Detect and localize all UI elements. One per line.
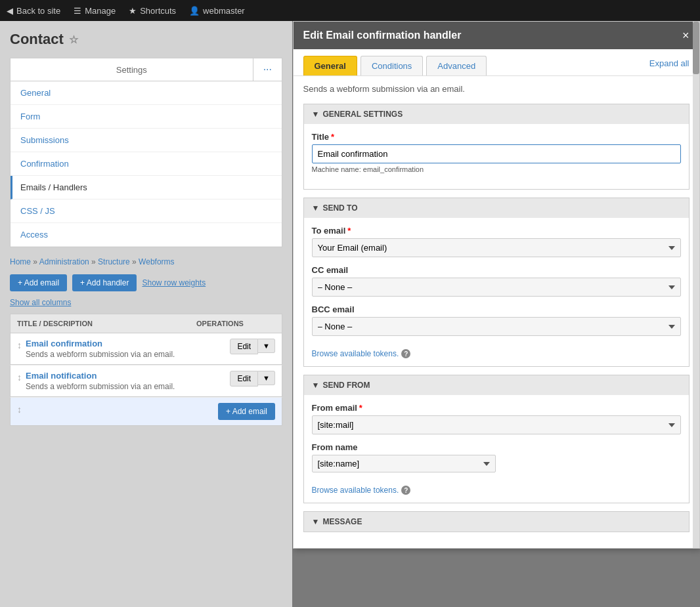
section-send-to-header[interactable]: ▼ SEND TO — [304, 198, 689, 218]
from-email-select[interactable]: [site:mail] — [312, 415, 681, 434]
edit-email-notification-button[interactable]: Edit — [230, 371, 258, 387]
title-field-label: Title * — [312, 132, 681, 142]
add-handler-button[interactable]: + Add handler — [72, 274, 137, 291]
main-layout: Contact ☆ Settings ··· General Form Subm… — [0, 21, 700, 607]
browse-tokens-send-to-link[interactable]: Browse available tokens. ? — [312, 349, 411, 358]
nav-general-label: General — [20, 88, 51, 98]
section-send-from-title: SEND FROM — [322, 381, 370, 390]
nav-item-emails-handlers[interactable]: Emails / Handlers — [11, 176, 282, 199]
favorite-icon[interactable]: ☆ — [69, 33, 78, 46]
to-email-select[interactable]: Your Email (email) — [312, 238, 681, 257]
nav-item-submissions[interactable]: Submissions — [11, 129, 282, 152]
shortcuts-btn[interactable]: ★ Shortcuts — [129, 6, 176, 16]
email-notification-link[interactable]: Email notification — [26, 371, 97, 381]
help-icon-send-to: ? — [401, 349, 410, 358]
row-actions-3: + Add email — [218, 403, 275, 420]
row-actions-email-confirmation: Edit ▼ — [230, 339, 275, 354]
drag-handle-icon-3[interactable]: ↕ — [17, 404, 22, 415]
manage-btn[interactable]: ☰ Manage — [74, 6, 116, 16]
cc-email-select[interactable]: – None – — [312, 278, 681, 297]
breadcrumb-webforms[interactable]: Webforms — [139, 257, 174, 266]
tab-conditions[interactable]: Conditions — [361, 56, 423, 75]
from-name-select[interactable]: [site:name] — [312, 455, 496, 472]
nav-item-general[interactable]: General — [11, 81, 282, 105]
browse-tokens-send-to-label: Browse available tokens. — [312, 349, 399, 358]
settings-tab[interactable]: Settings — [11, 58, 253, 81]
nav-submissions-label: Submissions — [20, 135, 69, 145]
nav-access-label: Access — [20, 230, 48, 240]
section-general-header[interactable]: ▼ GENERAL SETTINGS — [304, 104, 689, 124]
breadcrumb-structure[interactable]: Structure — [98, 257, 130, 266]
scrollbar-track[interactable] — [693, 22, 699, 548]
bcc-email-select[interactable]: – None – — [312, 317, 681, 336]
show-row-weights-button[interactable]: Show row weights — [142, 278, 206, 287]
breadcrumb-administration[interactable]: Administration — [39, 257, 89, 266]
modal-subtitle: Sends a webform submission via an email. — [303, 84, 689, 94]
sidebar: Contact ☆ Settings ··· General Form Subm… — [0, 21, 292, 607]
row3-action-button[interactable]: + Add email — [218, 403, 275, 420]
menu-icon: ☰ — [74, 6, 81, 16]
back-to-site-label: Back to site — [16, 6, 60, 16]
expand-all-link[interactable]: Expand all — [649, 58, 689, 73]
shortcuts-star-icon: ★ — [129, 6, 137, 16]
from-name-label: From name — [312, 442, 681, 452]
row-content-email-confirmation: Email confirmation Sends a webform submi… — [26, 339, 230, 359]
from-email-field-group: From email * [site:mail] — [312, 403, 681, 434]
collapse-icon-message: ▼ — [312, 517, 320, 526]
cc-email-field-group: CC email – None – — [312, 265, 681, 297]
modal-body: Sends a webform submission via an email.… — [294, 76, 699, 548]
nav-item-form[interactable]: Form — [11, 105, 282, 129]
bcc-email-label: BCC email — [312, 304, 681, 314]
right-panel: Edit Email confirmation handler × Genera… — [292, 21, 700, 607]
nav-item-access[interactable]: Access — [11, 223, 282, 247]
table-row: ↕ Email confirmation Sends a webform sub… — [10, 333, 282, 365]
edit-email-confirmation-dropdown[interactable]: ▼ — [258, 339, 275, 353]
tab-general[interactable]: General — [303, 56, 357, 75]
section-send-to-title: SEND TO — [322, 203, 357, 213]
modal-tabs: General Conditions Advanced Expand all — [294, 49, 699, 76]
nav-emails-handlers-label: Emails / Handlers — [20, 182, 87, 192]
section-general-title: GENERAL SETTINGS — [322, 110, 403, 119]
more-options-button[interactable]: ··· — [253, 58, 282, 81]
shortcuts-label: Shortcuts — [140, 6, 176, 16]
section-send-from-header[interactable]: ▼ SEND FROM — [304, 375, 689, 395]
machine-name-text: Machine name: email_confirmation — [312, 165, 681, 173]
tab-advanced[interactable]: Advanced — [426, 56, 487, 75]
row-actions-email-notification: Edit ▼ — [230, 371, 275, 387]
page-title-text: Contact — [10, 31, 64, 48]
nav-menu: General Form Submissions Confirmation Em… — [10, 81, 282, 247]
nav-item-confirmation[interactable]: Confirmation — [11, 152, 282, 176]
table-header: TITLE / DESCRIPTION OPERATIONS — [10, 314, 282, 333]
edit-email-confirmation-button[interactable]: Edit — [230, 339, 258, 354]
browse-tokens-send-from-link[interactable]: Browse available tokens. ? — [312, 486, 411, 495]
show-all-columns-link[interactable]: Show all columns — [10, 298, 282, 307]
action-bar: + Add email + Add handler Show row weigh… — [10, 274, 282, 291]
title-field-group: Title * Machine name: email_confirmation — [312, 132, 681, 173]
back-to-site-btn[interactable]: ◀ Back to site — [7, 6, 60, 16]
email-confirmation-link[interactable]: Email confirmation — [26, 339, 102, 348]
section-send-from-body: From email * [site:mail] From name — [304, 395, 689, 503]
user-label: webmaster — [203, 6, 245, 16]
email-notification-desc: Sends a webform submission via an email. — [26, 382, 230, 391]
user-menu-btn[interactable]: 👤 webmaster — [189, 6, 245, 16]
title-input[interactable] — [312, 144, 681, 163]
required-star-to-email: * — [347, 226, 351, 236]
to-email-label: To email * — [312, 226, 681, 236]
nav-item-css-js[interactable]: CSS / JS — [11, 199, 282, 223]
scrollbar-thumb[interactable] — [693, 22, 699, 74]
drag-handle-icon[interactable]: ↕ — [17, 340, 22, 350]
row-content-email-notification: Email notification Sends a webform submi… — [26, 371, 230, 391]
nav-css-js-label: CSS / JS — [20, 206, 55, 216]
table-row-2: ↕ Email notification Sends a webform sub… — [10, 365, 282, 397]
to-email-field-group: To email * Your Email (email) — [312, 226, 681, 257]
add-email-button[interactable]: + Add email — [10, 274, 67, 291]
breadcrumb-home[interactable]: Home — [10, 257, 31, 266]
section-message-header[interactable]: ▼ MESSAGE — [304, 512, 689, 532]
page-title: Contact ☆ — [10, 31, 282, 48]
from-name-field-group: From name [site:name] — [312, 442, 681, 472]
email-confirmation-desc: Sends a webform submission via an email. — [26, 350, 230, 359]
modal-close-button[interactable]: × — [682, 30, 689, 41]
collapse-icon-send-from: ▼ — [312, 381, 320, 390]
drag-handle-icon-2[interactable]: ↕ — [17, 372, 22, 383]
edit-email-notification-dropdown[interactable]: ▼ — [258, 371, 275, 385]
